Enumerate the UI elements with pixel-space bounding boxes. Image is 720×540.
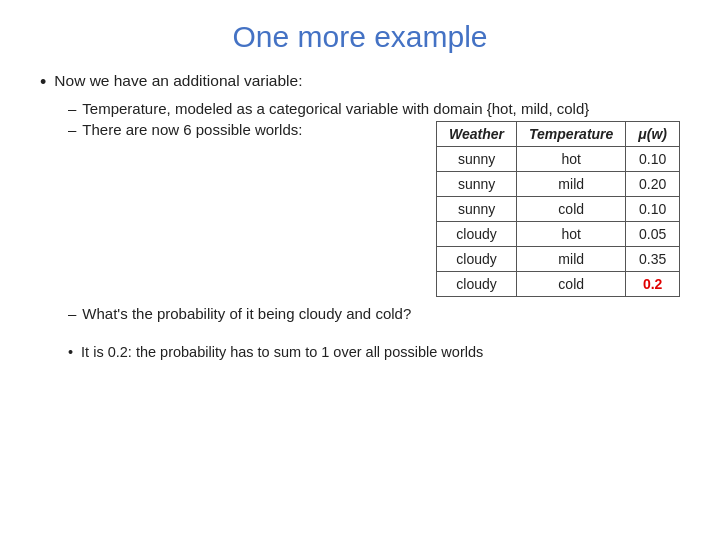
table-row: cloudy hot 0.05 [437, 221, 680, 246]
probability-table-col: Weather Temperature μ(w) sunny hot 0.10 … [436, 121, 680, 297]
cell-temperature: mild [517, 171, 626, 196]
cell-temperature: cold [517, 271, 626, 296]
col-header-mu: μ(w) [626, 121, 680, 146]
dash-1: – [68, 100, 76, 117]
dash-3: – [68, 305, 76, 322]
table-row-highlight: cloudy cold 0.2 [437, 271, 680, 296]
cell-weather: sunny [437, 196, 517, 221]
probability-table: Weather Temperature μ(w) sunny hot 0.10 … [436, 121, 680, 297]
cell-temperature: hot [517, 221, 626, 246]
col-header-weather: Weather [437, 121, 517, 146]
cell-mu: 0.10 [626, 146, 680, 171]
sub-bullet-2-text: There are now 6 possible worlds: [82, 121, 302, 138]
main-bullet-dot: • [40, 72, 46, 94]
page-title: One more example [40, 20, 680, 54]
cell-temperature: cold [517, 196, 626, 221]
sub-bullet-1-text: Temperature, modeled as a categorical va… [82, 100, 589, 117]
cell-weather: sunny [437, 146, 517, 171]
cell-temperature: hot [517, 146, 626, 171]
table-row: sunny mild 0.20 [437, 171, 680, 196]
sub-bullet-1: – Temperature, modeled as a categorical … [68, 100, 680, 117]
cell-weather: cloudy [437, 246, 517, 271]
bottom-note-dot: • [68, 344, 73, 360]
cell-weather: cloudy [437, 221, 517, 246]
cell-weather: sunny [437, 171, 517, 196]
sub-bullet-3-text: What's the probability of it being cloud… [82, 305, 411, 322]
sub-bullet-2-col: – There are now 6 possible worlds: [68, 121, 406, 142]
sub-bullet-3: – What's the probability of it being clo… [68, 305, 680, 322]
dash-2: – [68, 121, 76, 138]
cell-mu: 0.20 [626, 171, 680, 196]
content-row: – There are now 6 possible worlds: Weath… [68, 121, 680, 297]
cell-mu-highlight: 0.2 [626, 271, 680, 296]
sub-bullet-2: – There are now 6 possible worlds: [68, 121, 406, 138]
page: One more example • Now we have an additi… [0, 0, 720, 540]
table-row: cloudy mild 0.35 [437, 246, 680, 271]
main-bullet-text: Now we have an additional variable: [54, 72, 302, 90]
col-header-temperature: Temperature [517, 121, 626, 146]
sub-section: – Temperature, modeled as a categorical … [68, 100, 680, 326]
table-row: sunny hot 0.10 [437, 146, 680, 171]
cell-mu: 0.05 [626, 221, 680, 246]
cell-mu: 0.35 [626, 246, 680, 271]
main-bullet: • Now we have an additional variable: [40, 72, 680, 94]
bottom-note-text: It is 0.2: the probability has to sum to… [81, 344, 483, 360]
table-row: sunny cold 0.10 [437, 196, 680, 221]
cell-mu: 0.10 [626, 196, 680, 221]
bottom-note: • It is 0.2: the probability has to sum … [68, 344, 680, 360]
cell-weather: cloudy [437, 271, 517, 296]
cell-temperature: mild [517, 246, 626, 271]
